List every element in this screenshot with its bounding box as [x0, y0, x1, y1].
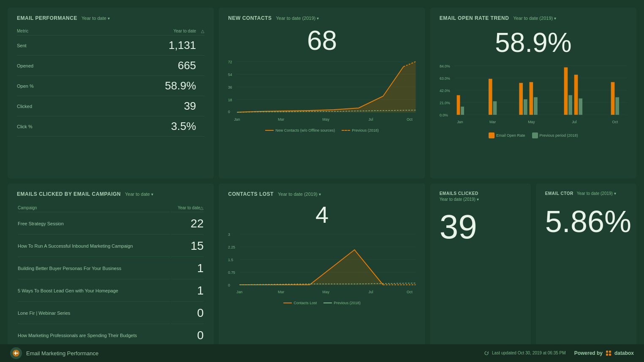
- svg-text:2.25: 2.25: [228, 245, 235, 249]
- new-contacts-value: 68: [228, 27, 416, 54]
- svg-rect-26: [457, 95, 460, 115]
- table-row: Clicked 39: [17, 96, 204, 116]
- legend-contacts-lost-prev-label: Previous (2018): [334, 301, 361, 305]
- email-ctor-filter[interactable]: Year to date (2019) ▾: [577, 191, 616, 196]
- contacts-lost-header: CONTACTS LOST Year to date (2019): [228, 191, 416, 197]
- metric-value: 39: [80, 96, 196, 116]
- svg-text:May: May: [528, 119, 535, 124]
- svg-text:54: 54: [228, 73, 232, 77]
- email-performance-title: EMAIL PERFORMANCE: [17, 15, 77, 21]
- last-updated: Last updated Oct 30, 2019 at 06:35 PM: [484, 351, 565, 356]
- legend-contacts-lost-label: Contacts Lost: [293, 301, 317, 305]
- campaign-value: 15: [171, 235, 204, 257]
- svg-text:Jul: Jul: [369, 117, 373, 122]
- new-contacts-chart: 72 54 36 18 0 Jan Mar: [228, 58, 416, 126]
- campaign-name: Building Better Buyer Personas For Your …: [18, 258, 170, 279]
- campaign-value: 22: [171, 213, 204, 235]
- svg-text:18: 18: [228, 98, 232, 102]
- svg-rect-34: [564, 68, 568, 115]
- svg-rect-30: [519, 83, 523, 115]
- metric-name: Clicked: [17, 96, 80, 116]
- email-performance-header: EMAIL PERFORMANCE Year to date: [17, 15, 204, 21]
- email-open-rate-panel: EMAIL OPEN RATE TREND Year to date (2019…: [430, 8, 636, 178]
- metric-name: Open %: [17, 76, 80, 96]
- svg-text:Mar: Mar: [489, 119, 496, 124]
- col-campaign-value: Year to date△: [171, 204, 204, 212]
- email-open-rate-filter[interactable]: Year to date (2019): [513, 16, 556, 21]
- legend-contacts-lost-line: [283, 303, 292, 303]
- refresh-icon: [484, 351, 489, 356]
- legend-previous-line: [342, 130, 350, 131]
- col-metric: Metric: [17, 27, 80, 35]
- legend-current-line: [265, 130, 274, 131]
- email-ctor-value: 5.86%: [545, 204, 631, 239]
- email-open-rate-chart: 84.0% 63.0% 42.0% 21.0% 0.0%: [440, 62, 627, 130]
- campaign-value: 1: [171, 280, 204, 302]
- col-delta: △: [196, 27, 204, 35]
- contacts-lost-svg: 3 2.25 1.5 0.75 0 Jan Mar: [228, 231, 416, 298]
- svg-text:Jan: Jan: [234, 117, 240, 122]
- svg-text:Mar: Mar: [278, 117, 284, 122]
- svg-marker-55: [239, 250, 416, 285]
- svg-text:May: May: [323, 290, 330, 294]
- legend-open-rate-label: Email Open Rate: [496, 133, 525, 138]
- emails-clicked-campaign-header: EMAILS CLICKED BY EMAIL CAMPAIGN Year to…: [17, 191, 204, 197]
- emails-clicked-filter[interactable]: Year to date (2019) ▾: [440, 197, 479, 202]
- legend-open-rate-icon: [489, 132, 495, 138]
- svg-rect-66: [606, 354, 608, 356]
- metric-delta: [196, 35, 204, 56]
- campaign-name: How To Run A Successful Inbound Marketin…: [18, 235, 170, 257]
- svg-text:84.0%: 84.0%: [440, 64, 450, 68]
- contacts-lost-title: CONTACTS LOST: [228, 191, 274, 197]
- table-row: How To Run A Successful Inbound Marketin…: [18, 235, 204, 257]
- svg-rect-33: [534, 97, 538, 115]
- footer-left: Email Marketing Performance: [10, 347, 98, 359]
- emails-clicked-campaign-filter[interactable]: Year to date: [125, 192, 153, 197]
- metric-delta: [196, 96, 204, 116]
- svg-rect-65: [609, 351, 611, 353]
- legend-open-rate: Email Open Rate: [489, 132, 525, 138]
- table-row: Sent 1,131: [17, 35, 204, 56]
- contacts-lost-filter[interactable]: Year to date (2019): [278, 192, 321, 197]
- email-ctor-header: EMAIL CTOR Year to date (2019) ▾: [545, 191, 616, 196]
- bottom-right-container: EMAILS CLICKED Year to date (2019) ▾ 39 …: [430, 184, 636, 354]
- col-year-to-date: Year to date: [80, 27, 196, 35]
- svg-text:Mar: Mar: [278, 290, 284, 294]
- svg-rect-63: [14, 353, 18, 354]
- metric-delta: [196, 116, 204, 137]
- svg-rect-38: [611, 82, 614, 115]
- metric-value: 3.5%: [80, 116, 196, 137]
- table-row: Open % 58.9%: [17, 76, 204, 96]
- svg-text:0.0%: 0.0%: [440, 113, 448, 117]
- campaign-name: 5 Ways To Boost Lead Gen with Your Homep…: [18, 280, 170, 302]
- legend-contacts-lost-prev: Previous (2018): [323, 301, 361, 305]
- table-row: Free Strategy Session 22: [18, 213, 204, 235]
- databox-brand: Powered by databox: [574, 350, 634, 357]
- svg-rect-28: [489, 79, 492, 115]
- svg-text:Oct: Oct: [612, 119, 618, 124]
- svg-text:72: 72: [228, 60, 232, 64]
- metric-value: 665: [80, 56, 196, 76]
- svg-text:1.5: 1.5: [228, 258, 233, 262]
- email-ctor-panel: EMAIL CTOR Year to date (2019) ▾ 5.86%: [536, 184, 636, 354]
- email-performance-filter[interactable]: Year to date: [82, 16, 110, 21]
- campaign-value: 0: [171, 325, 204, 346]
- table-row: Click % 3.5%: [17, 116, 204, 137]
- svg-text:0: 0: [228, 110, 230, 114]
- legend-current-label: New Contacts (w/o Offline sources): [275, 128, 335, 132]
- email-open-rate-svg: 84.0% 63.0% 42.0% 21.0% 0.0%: [440, 62, 627, 130]
- svg-text:0.75: 0.75: [228, 270, 235, 275]
- new-contacts-filter[interactable]: Year to date (2019): [276, 16, 319, 21]
- contacts-lost-value: 4: [228, 203, 416, 227]
- svg-text:May: May: [323, 117, 330, 122]
- svg-text:63.0%: 63.0%: [440, 76, 450, 81]
- footer-logo: [10, 347, 22, 359]
- svg-rect-35: [568, 95, 572, 115]
- col-campaign: Campaign: [18, 204, 170, 212]
- campaign-value: 0: [171, 303, 204, 324]
- legend-previous: Previous (2018): [342, 128, 379, 132]
- emails-clicked-title: EMAILS CLICKED: [440, 191, 478, 196]
- metric-value: 1,131: [80, 35, 196, 56]
- svg-text:Jan: Jan: [457, 119, 463, 124]
- email-performance-panel: EMAIL PERFORMANCE Year to date Metric Ye…: [8, 8, 214, 178]
